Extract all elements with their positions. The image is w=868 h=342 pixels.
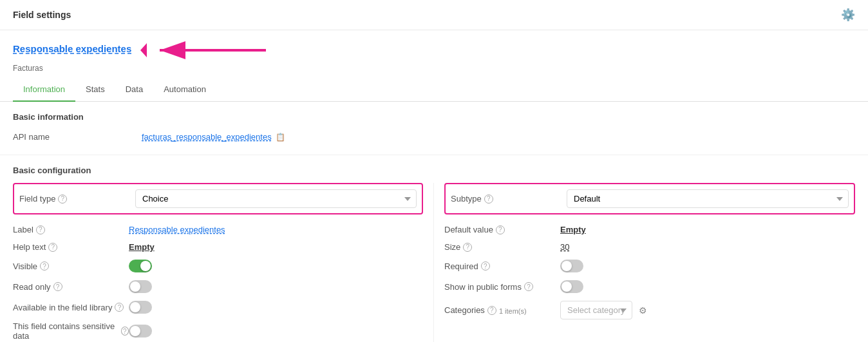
- help-text-value[interactable]: Empty: [129, 242, 423, 252]
- read-only-row: Read only ?: [13, 276, 423, 297]
- visible-label: Visible ?: [13, 261, 129, 271]
- show-public-help-icon[interactable]: ?: [524, 282, 533, 291]
- svg-marker-2: [140, 43, 147, 57]
- subtype-select[interactable]: Default Radio Checkbox: [567, 189, 849, 208]
- tab-data[interactable]: Data: [115, 78, 153, 102]
- basic-configuration-title: Basic configuration: [13, 166, 855, 175]
- size-value[interactable]: 30: [560, 242, 855, 252]
- default-value-help-icon[interactable]: ?: [496, 225, 505, 234]
- required-label: Required ?: [444, 261, 560, 271]
- subtype-help-icon[interactable]: ?: [484, 195, 493, 204]
- visible-help-icon[interactable]: ?: [40, 261, 49, 271]
- available-library-toggle[interactable]: [129, 301, 152, 314]
- sensitive-label: This field contains sensitive data ?: [13, 321, 129, 341]
- user-icon[interactable]: ⚙️: [841, 8, 855, 22]
- field-subtitle: Facturas: [13, 64, 269, 73]
- label-row: Label ? Responsable expedientes: [13, 221, 423, 238]
- sensitive-row: This field contains sensitive data ?: [13, 318, 423, 342]
- read-only-toggle[interactable]: [129, 280, 152, 293]
- copy-icon[interactable]: 📋: [276, 133, 285, 142]
- help-text-label: Help text ?: [13, 242, 129, 252]
- label-help-icon[interactable]: ?: [36, 225, 45, 234]
- categories-help-icon[interactable]: ?: [487, 306, 496, 315]
- visible-toggle[interactable]: [129, 260, 152, 272]
- tabs-bar: Information Stats Data Automation: [0, 78, 868, 102]
- breadcrumb-section: Responsable expedientes Facturas: [0, 30, 868, 73]
- categories-count: 1 item(s): [499, 307, 527, 315]
- tab-stats[interactable]: Stats: [75, 78, 115, 102]
- field-type-select[interactable]: Choice Text Number Date Boolean: [135, 189, 417, 208]
- config-grid: Field type ? Choice Text Number Date Boo…: [13, 183, 855, 342]
- size-help-icon[interactable]: ?: [463, 243, 472, 252]
- tab-information[interactable]: Information: [13, 78, 75, 102]
- show-public-toggle[interactable]: [560, 280, 583, 293]
- category-select-row: Select category ⚙: [560, 301, 650, 319]
- available-library-row: Available in the field library ?: [13, 297, 423, 318]
- sensitive-toggle[interactable]: [129, 325, 152, 337]
- show-public-label: Show in public forms ?: [444, 282, 560, 292]
- available-library-label: Available in the field library ?: [13, 303, 129, 312]
- field-type-row: Field type ? Choice Text Number Date Boo…: [13, 183, 423, 214]
- field-type-help-icon[interactable]: ?: [58, 195, 67, 204]
- config-left-col: Field type ? Choice Text Number Date Boo…: [13, 183, 434, 342]
- label-value[interactable]: Responsable expedientes: [129, 225, 423, 234]
- required-row: Required ?: [444, 256, 855, 276]
- label-label: Label ?: [13, 225, 129, 234]
- help-text-row: Help text ? Empty: [13, 238, 423, 256]
- api-name-value[interactable]: facturas_responsable_expedientes: [142, 132, 272, 142]
- pink-arrow: [140, 38, 269, 62]
- visible-row: Visible ?: [13, 256, 423, 276]
- sensitive-help-icon[interactable]: ?: [121, 327, 129, 336]
- basic-information-section: Basic information API name facturas_resp…: [0, 102, 868, 155]
- basic-configuration-section: Basic configuration Field type ? Choice …: [0, 155, 868, 342]
- api-name-row: API name facturas_responsable_expediente…: [13, 129, 855, 144]
- field-type-label: Field type ?: [19, 194, 135, 204]
- required-toggle[interactable]: [560, 260, 583, 272]
- categories-row: Categories ? 1 item(s) Select category ⚙: [444, 297, 855, 323]
- default-value-value[interactable]: Empty: [560, 225, 855, 234]
- subtype-label: Subtype ?: [451, 194, 567, 204]
- category-select[interactable]: Select category: [560, 301, 632, 319]
- tab-automation[interactable]: Automation: [153, 78, 216, 102]
- size-row: Size ? 30: [444, 238, 855, 256]
- header: Field settings ⚙️: [0, 0, 868, 30]
- default-value-label: Default value ?: [444, 225, 560, 234]
- basic-information-title: Basic information: [13, 112, 855, 122]
- help-text-help-icon[interactable]: ?: [48, 243, 57, 252]
- api-name-label: API name: [13, 132, 142, 142]
- read-only-help-icon[interactable]: ?: [53, 282, 62, 291]
- categories-label-area: Categories ? 1 item(s): [444, 305, 560, 315]
- show-public-row: Show in public forms ?: [444, 276, 855, 297]
- field-name-link[interactable]: Responsable expedientes: [13, 43, 131, 54]
- default-value-row: Default value ? Empty: [444, 221, 855, 238]
- category-gear-button[interactable]: ⚙: [636, 303, 650, 318]
- page-title: Field settings: [13, 10, 71, 20]
- available-library-help-icon[interactable]: ?: [115, 303, 124, 312]
- size-label: Size ?: [444, 242, 560, 252]
- read-only-label: Read only ?: [13, 282, 129, 292]
- config-right-col: Subtype ? Default Radio Checkbox Default…: [434, 183, 855, 342]
- subtype-row: Subtype ? Default Radio Checkbox: [444, 183, 855, 214]
- required-help-icon[interactable]: ?: [481, 261, 490, 271]
